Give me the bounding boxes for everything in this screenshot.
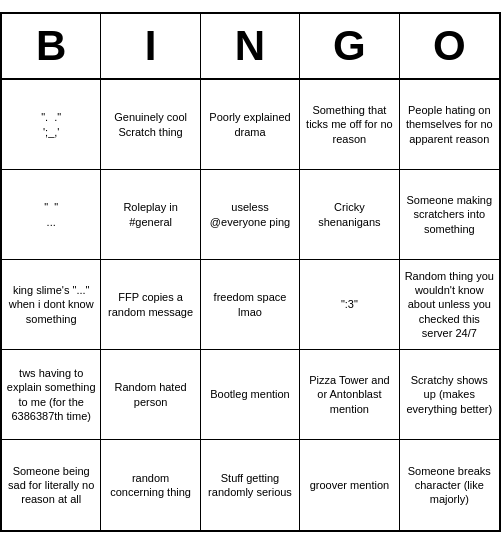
bingo-grid: ". ." ';_,'Genuinely cool Scratch thingP… xyxy=(2,80,499,530)
bingo-cell-4[interactable]: People hating on themselves for no appar… xyxy=(400,80,499,170)
bingo-cell-12[interactable]: freedom space lmao xyxy=(201,260,300,350)
bingo-cell-22[interactable]: Stuff getting randomly serious xyxy=(201,440,300,530)
bingo-cell-21[interactable]: random concerning thing xyxy=(101,440,200,530)
bingo-cell-3[interactable]: Something that ticks me off for no reaso… xyxy=(300,80,399,170)
bingo-cell-7[interactable]: useless @everyone ping xyxy=(201,170,300,260)
bingo-letter: I xyxy=(101,14,200,78)
bingo-letter: O xyxy=(400,14,499,78)
bingo-letter: N xyxy=(201,14,300,78)
bingo-cell-16[interactable]: Random hated person xyxy=(101,350,200,440)
bingo-cell-13[interactable]: ":3" xyxy=(300,260,399,350)
bingo-cell-2[interactable]: Poorly explained drama xyxy=(201,80,300,170)
bingo-cell-23[interactable]: groover mention xyxy=(300,440,399,530)
bingo-cell-17[interactable]: Bootleg mention xyxy=(201,350,300,440)
bingo-cell-14[interactable]: Random thing you wouldn't know about unl… xyxy=(400,260,499,350)
bingo-letter: B xyxy=(2,14,101,78)
bingo-letter: G xyxy=(300,14,399,78)
bingo-cell-6[interactable]: Roleplay in #general xyxy=(101,170,200,260)
bingo-cell-24[interactable]: Someone breaks character (like majorly) xyxy=(400,440,499,530)
bingo-cell-10[interactable]: king slime's "..." when i dont know some… xyxy=(2,260,101,350)
bingo-cell-8[interactable]: Cricky shenanigans xyxy=(300,170,399,260)
bingo-header: BINGO xyxy=(2,14,499,80)
bingo-cell-0[interactable]: ". ." ';_,' xyxy=(2,80,101,170)
bingo-cell-5[interactable]: " " ... xyxy=(2,170,101,260)
bingo-cell-1[interactable]: Genuinely cool Scratch thing xyxy=(101,80,200,170)
bingo-cell-19[interactable]: Scratchy shows up (makes everything bett… xyxy=(400,350,499,440)
bingo-cell-18[interactable]: Pizza Tower and or Antonblast mention xyxy=(300,350,399,440)
bingo-card: BINGO ". ." ';_,'Genuinely cool Scratch … xyxy=(0,12,501,532)
bingo-cell-11[interactable]: FFP copies a random message xyxy=(101,260,200,350)
bingo-cell-15[interactable]: tws having to explain something to me (f… xyxy=(2,350,101,440)
bingo-cell-9[interactable]: Someone making scratchers into something xyxy=(400,170,499,260)
bingo-cell-20[interactable]: Someone being sad for literally no reaso… xyxy=(2,440,101,530)
